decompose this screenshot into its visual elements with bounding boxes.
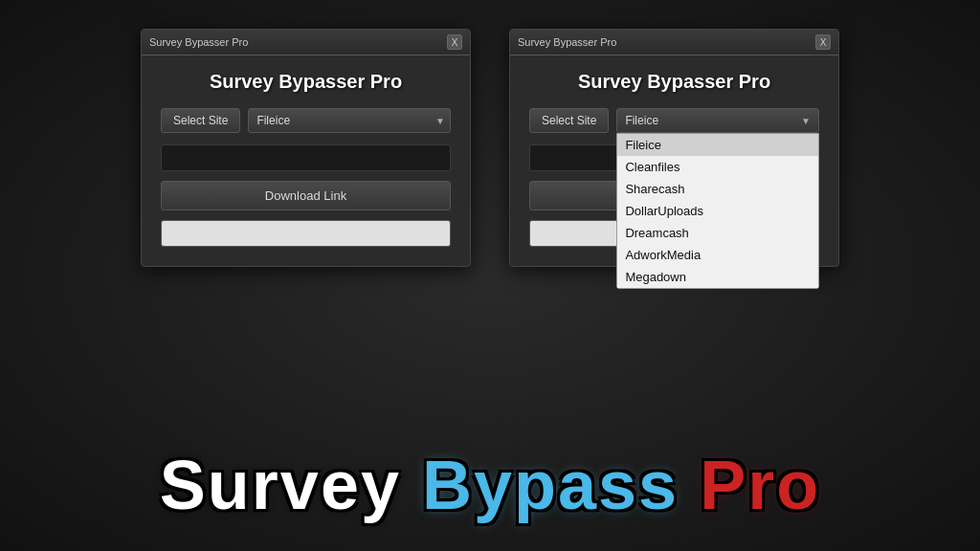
url-input-1[interactable] [161, 144, 451, 171]
dropdown-option-adworkmedia[interactable]: AdworkMedia [617, 244, 818, 266]
dropdown-selected-2: Fileice [625, 114, 801, 127]
dropdown-option-megadown[interactable]: Megadown [617, 266, 818, 288]
bottom-title: Survey Bypass Pro [0, 446, 980, 524]
window-1: Survey Bypasser Pro X Survey Bypasser Pr… [141, 29, 471, 267]
window-body-2: Survey Bypasser Pro Select Site Fileice … [510, 55, 838, 266]
dropdown-arrow-2: ▼ [801, 116, 811, 126]
title-bypass: Bypass [422, 447, 679, 523]
title-bar-1: Survey Bypasser Pro X [142, 30, 470, 55]
dropdown-wrapper-1: Fileice Cleanfiles Sharecash DollarUploa… [248, 108, 451, 133]
controls-row-2: Select Site Fileice ▼ Fileice Cleanfiles… [529, 108, 819, 133]
window-2: Survey Bypasser Pro X Survey Bypasser Pr… [509, 29, 839, 267]
site-dropdown-1[interactable]: Fileice Cleanfiles Sharecash DollarUploa… [248, 108, 451, 133]
dropdown-option-dreamcash[interactable]: Dreamcash [617, 222, 818, 244]
dropdown-open-wrapper-2: Fileice ▼ Fileice Cleanfiles Sharecash D… [616, 108, 819, 133]
controls-row-1: Select Site Fileice Cleanfiles Sharecash… [161, 108, 451, 133]
window-body-1: Survey Bypasser Pro Select Site Fileice … [142, 55, 470, 266]
title-bar-text-2: Survey Bypasser Pro [518, 36, 616, 48]
result-input-1[interactable] [161, 220, 451, 247]
dropdown-option-dollaruploads[interactable]: DollarUploads [617, 200, 818, 222]
select-site-button-1[interactable]: Select Site [161, 108, 240, 133]
dropdown-option-sharecash[interactable]: Sharecash [617, 178, 818, 200]
app-title-2: Survey Bypasser Pro [529, 71, 819, 93]
windows-row: Survey Bypasser Pro X Survey Bypasser Pr… [141, 29, 839, 267]
title-bar-2: Survey Bypasser Pro X [510, 30, 838, 55]
dropdown-list-2: Fileice Cleanfiles Sharecash DollarUploa… [616, 133, 819, 289]
dropdown-header-2[interactable]: Fileice ▼ [616, 108, 819, 133]
app-title-1: Survey Bypasser Pro [161, 71, 451, 93]
download-button-1[interactable]: Download Link [161, 181, 451, 210]
title-pro: Pro [700, 447, 820, 523]
select-site-button-2[interactable]: Select Site [529, 108, 609, 133]
close-button-1[interactable]: X [447, 34, 462, 50]
close-button-2[interactable]: X [815, 34, 831, 50]
dropdown-option-fileice[interactable]: Fileice [617, 134, 818, 156]
title-survey: Survey [160, 447, 401, 523]
title-bar-text-1: Survey Bypasser Pro [149, 36, 248, 48]
dropdown-option-cleanfiles[interactable]: Cleanfiles [617, 156, 818, 178]
